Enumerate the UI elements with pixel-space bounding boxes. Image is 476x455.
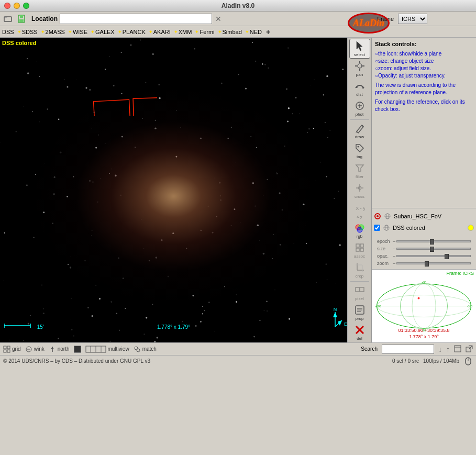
survey-2mass-star: ✦ xyxy=(41,29,45,35)
survey-dss-label[interactable]: DSS xyxy=(2,29,14,35)
phot-icon xyxy=(352,100,367,112)
survey-bar: DSS ✦ SDSS ✦ 2MASS ✦ WISE ✦ GALEX ✦ PLAN… xyxy=(0,26,476,38)
tool-phot[interactable]: phot xyxy=(349,98,370,118)
main-content: DSS colored xyxy=(0,38,476,342)
tool-pixel[interactable]: pixel xyxy=(349,283,370,303)
survey-sdss[interactable]: ✦ SDSS xyxy=(17,29,38,35)
survey-2mass-label[interactable]: 2MASS xyxy=(46,29,65,35)
size-slider[interactable] xyxy=(396,248,471,250)
zoom-slider[interactable] xyxy=(396,262,471,264)
location-clear-button[interactable]: ✕ xyxy=(215,15,222,23)
tool-assoc-label: assoc xyxy=(354,254,365,259)
tool-assoc[interactable]: assoc xyxy=(349,240,370,260)
survey-xmm-label[interactable]: XMM xyxy=(179,29,192,35)
svg-rect-99 xyxy=(360,244,363,247)
survey-fermi[interactable]: ✦ Fermi xyxy=(195,29,214,35)
svg-text:x-y: x-y xyxy=(356,205,365,212)
grid-tool[interactable]: grid xyxy=(3,346,21,353)
upload-icon[interactable]: ↑ xyxy=(446,345,450,353)
svg-marker-90 xyxy=(356,165,363,171)
tool-cross-label: cross xyxy=(355,194,364,199)
epoch-slider[interactable] xyxy=(396,240,471,242)
wink-tool[interactable]: wink xyxy=(25,346,45,353)
search-input[interactable] xyxy=(382,345,434,354)
layer-subaru-name: Subaru_HSC_FoV xyxy=(394,213,474,219)
svg-rect-107 xyxy=(360,287,364,292)
survey-planck-label[interactable]: PLANCK xyxy=(123,29,146,35)
scale-label: 15' xyxy=(37,324,44,330)
survey-fermi-label[interactable]: Fermi xyxy=(200,29,214,35)
north-icon xyxy=(49,346,56,353)
survey-sdss-label[interactable]: SDSS xyxy=(22,29,38,35)
survey-dss[interactable]: DSS xyxy=(2,29,14,35)
tool-pan[interactable]: pan xyxy=(349,59,370,79)
minimize-button[interactable] xyxy=(14,3,20,9)
tool-del[interactable]: del xyxy=(349,323,370,342)
survey-ned[interactable]: ✦ NED xyxy=(245,29,262,35)
layer-dss-checkbox[interactable] xyxy=(374,225,380,231)
svg-point-146 xyxy=(137,349,140,352)
zoom-thumb[interactable] xyxy=(425,261,429,267)
location-input[interactable] xyxy=(60,14,212,24)
survey-xmm[interactable]: ✦ XMM xyxy=(174,29,192,35)
footer: © 2014 UDS/CNRS – by CDS – Distributed u… xyxy=(0,355,476,367)
color-swatch[interactable] xyxy=(74,346,81,353)
layer-dss-color xyxy=(468,225,474,231)
survey-wise[interactable]: ✦ WISE xyxy=(68,29,87,35)
footer-right: 0 sel / 0 src 100fps / 104Mb xyxy=(392,357,473,365)
epoch-label: epoch xyxy=(377,239,392,244)
tool-crop[interactable]: crop xyxy=(349,260,370,280)
survey-simbad[interactable]: ✦ Simbad xyxy=(218,29,242,35)
tool-select[interactable]: select xyxy=(349,39,370,59)
sky-view[interactable]: DSS colored xyxy=(0,38,347,342)
title-bar: Aladin v8.0 xyxy=(0,0,476,12)
survey-akari[interactable]: ✦ AKARI xyxy=(149,29,171,35)
window-controls[interactable] xyxy=(4,3,29,9)
save-icon[interactable] xyxy=(16,13,27,25)
survey-wise-label[interactable]: WISE xyxy=(73,29,87,35)
size-thumb[interactable] xyxy=(430,247,434,252)
folder-open-icon[interactable] xyxy=(2,13,14,25)
survey-ned-label[interactable]: NED xyxy=(250,29,262,35)
tool-xy[interactable]: x-y x-y xyxy=(349,201,370,220)
tool-tag[interactable]: tag xyxy=(349,141,370,161)
svg-marker-140 xyxy=(51,347,54,349)
epoch-thumb[interactable] xyxy=(430,239,434,245)
mollweide-frame-label: Frame: ICRS xyxy=(446,271,474,276)
survey-galex[interactable]: ✦ GALEX xyxy=(91,29,115,35)
tool-rgb[interactable]: rgb xyxy=(349,220,370,240)
wink-icon xyxy=(25,346,32,353)
pixel-icon xyxy=(352,284,367,296)
select-icon xyxy=(352,40,367,52)
download-icon[interactable]: ↓ xyxy=(438,345,442,353)
survey-xmm-star: ✦ xyxy=(174,29,178,35)
tool-prop[interactable]: prop xyxy=(349,303,370,323)
tool-cross[interactable]: cross xyxy=(349,181,370,201)
tool-dist[interactable]: dist xyxy=(349,79,370,98)
match-tool[interactable]: match xyxy=(134,346,157,353)
survey-simbad-label[interactable]: Simbad xyxy=(223,29,242,35)
window-icon[interactable] xyxy=(454,345,461,353)
del-icon xyxy=(352,324,367,336)
tool-draw[interactable]: draw xyxy=(349,121,370,141)
svg-point-89 xyxy=(357,146,359,148)
north-tool[interactable]: north xyxy=(49,346,70,353)
tool-crop-label: crop xyxy=(356,274,364,279)
external-link-icon[interactable] xyxy=(466,345,473,353)
frame-select[interactable]: ICRS GAL SGAL ECL xyxy=(398,14,427,24)
stack-controls-title: Stack controls: xyxy=(375,41,473,47)
maximize-button[interactable] xyxy=(23,3,29,9)
layer-subaru-icon[interactable] xyxy=(374,213,381,220)
opac-slider[interactable] xyxy=(396,255,471,257)
survey-planck[interactable]: ✦ PLANCK xyxy=(118,29,146,35)
svg-rect-6 xyxy=(133,97,157,116)
multiview-tool[interactable]: multiview xyxy=(85,346,129,353)
survey-2mass[interactable]: ✦ 2MASS xyxy=(41,29,65,35)
survey-akari-label[interactable]: AKARI xyxy=(153,29,171,35)
opac-thumb[interactable] xyxy=(445,254,449,259)
close-button[interactable] xyxy=(4,3,10,9)
tool-filter[interactable]: filter xyxy=(349,161,370,181)
add-survey-button[interactable]: + xyxy=(266,28,270,36)
survey-galex-label[interactable]: GALEX xyxy=(95,29,115,35)
filter-icon xyxy=(352,162,367,174)
